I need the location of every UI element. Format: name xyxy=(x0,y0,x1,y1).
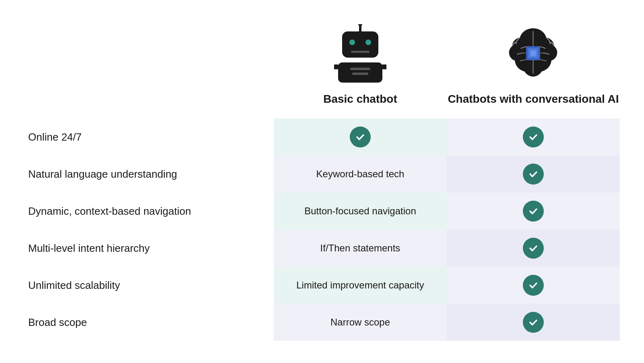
checkmark-icon xyxy=(523,201,544,222)
header-ai-chatbot: Chatbots with conversational AI xyxy=(447,22,620,114)
svg-rect-27 xyxy=(531,51,536,56)
basic-chatbot-cell: Limited improvement capacity xyxy=(274,267,447,304)
ai-chatbot-icon xyxy=(505,22,561,85)
table-row: Unlimited scalabilityLimited improvement… xyxy=(24,267,620,304)
svg-rect-7 xyxy=(334,64,340,69)
svg-rect-23 xyxy=(529,60,530,62)
svg-rect-14 xyxy=(524,49,526,50)
feature-cell: Natural language understanding xyxy=(24,156,274,193)
table-row: Broad scopeNarrow scope xyxy=(24,304,620,341)
svg-rect-21 xyxy=(532,44,533,46)
svg-point-3 xyxy=(349,39,355,45)
svg-rect-22 xyxy=(534,44,535,46)
svg-rect-16 xyxy=(524,54,526,56)
svg-rect-17 xyxy=(540,49,543,50)
feature-cell: Dynamic, context-based navigation xyxy=(24,193,274,230)
basic-chatbot-cell: Button-focused navigation xyxy=(274,193,447,230)
ai-chatbot-title: Chatbots with conversational AI xyxy=(448,92,619,106)
ai-chatbot-cell xyxy=(447,230,620,267)
checkmark-icon xyxy=(523,164,544,185)
checkmark-icon xyxy=(523,275,544,296)
basic-chatbot-cell: Keyword-based tech xyxy=(274,156,447,193)
header-row: Basic chatbot xyxy=(24,22,620,114)
table-row: Multi-level intent hierarchyIf/Then stat… xyxy=(24,230,620,267)
table-row: Online 24/7 xyxy=(24,118,620,156)
svg-rect-2 xyxy=(342,31,378,58)
basic-chatbot-title: Basic chatbot xyxy=(323,92,397,106)
svg-rect-8 xyxy=(381,64,386,69)
svg-rect-25 xyxy=(534,60,535,62)
basic-chatbot-icon xyxy=(332,22,388,85)
checkmark-icon xyxy=(523,238,544,259)
basic-chatbot-cell: If/Then statements xyxy=(274,230,447,267)
svg-rect-9 xyxy=(350,68,370,70)
svg-point-1 xyxy=(358,24,362,26)
svg-rect-18 xyxy=(540,52,543,53)
ai-chatbot-cell xyxy=(447,267,620,304)
checkmark-icon xyxy=(523,312,544,333)
svg-rect-20 xyxy=(529,44,530,46)
svg-rect-10 xyxy=(352,73,368,75)
svg-rect-24 xyxy=(532,60,533,62)
checkmark-icon xyxy=(350,127,371,147)
basic-chatbot-cell xyxy=(274,118,447,156)
table-row: Dynamic, context-based navigationButton-… xyxy=(24,193,620,230)
ai-chatbot-cell xyxy=(447,156,620,193)
svg-rect-5 xyxy=(351,51,369,53)
table-row: Natural language understandingKeyword-ba… xyxy=(24,156,620,193)
ai-chatbot-cell xyxy=(447,118,620,156)
data-rows: Online 24/7Natural language understandin… xyxy=(24,118,620,341)
header-empty-cell xyxy=(24,22,274,114)
ai-chatbot-cell xyxy=(447,193,620,230)
ai-chatbot-cell xyxy=(447,304,620,341)
basic-chatbot-cell: Narrow scope xyxy=(274,304,447,341)
feature-cell: Broad scope xyxy=(24,304,274,341)
svg-rect-19 xyxy=(540,54,543,56)
feature-cell: Online 24/7 xyxy=(24,118,274,156)
feature-cell: Multi-level intent hierarchy xyxy=(24,230,274,267)
header-basic-chatbot: Basic chatbot xyxy=(274,22,447,114)
feature-cell: Unlimited scalability xyxy=(24,267,274,304)
checkmark-icon xyxy=(523,127,544,147)
svg-point-4 xyxy=(365,39,371,45)
comparison-table: Basic chatbot xyxy=(24,22,620,341)
svg-rect-15 xyxy=(524,52,526,53)
